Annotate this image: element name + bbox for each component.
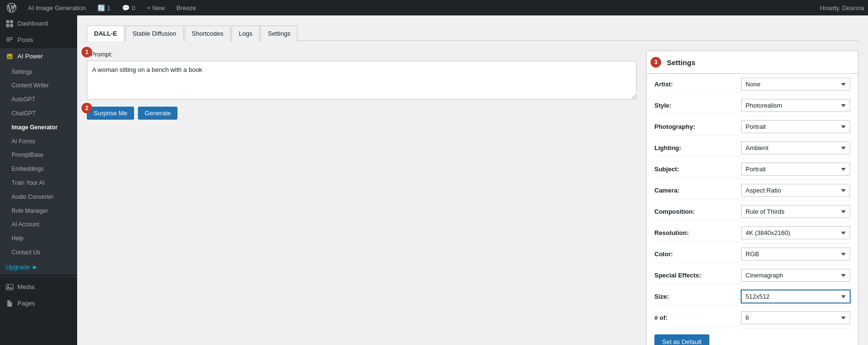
settings-header: 3 Settings — [647, 51, 858, 74]
settings-footer: Set as Default — [647, 329, 858, 345]
sidebar-item-dashboard[interactable]: Dashboard — [0, 15, 77, 32]
sidebar-item-image-generator[interactable]: Image Generator — [0, 121, 77, 135]
settings-title: Settings — [667, 58, 695, 67]
svg-rect-3 — [10, 24, 13, 27]
lighting-value: Ambient — [741, 138, 850, 159]
svg-rect-6 — [6, 284, 13, 290]
sidebar-item-autogpt[interactable]: AutoGPT — [0, 93, 77, 107]
tab-stable-diffusion[interactable]: Stable Diffusion — [125, 26, 184, 41]
subject-label: Subject: — [654, 161, 741, 178]
artist-value: None — [741, 74, 850, 95]
lighting-label: Lighting: — [654, 139, 741, 157]
num-of-value: 6 — [741, 307, 850, 329]
buttons-wrapper: 2 Surprise Me Generate — [87, 107, 637, 120]
sidebar-item-label: Dashboard — [17, 19, 48, 28]
sidebar-item-ai-forms[interactable]: AI Forms — [0, 135, 77, 149]
wp-logo-button[interactable] — [4, 0, 19, 15]
sidebar-item-role-manager[interactable]: Role Manager — [0, 204, 77, 218]
lighting-select[interactable]: Ambient — [741, 141, 850, 154]
tab-settings[interactable]: Settings — [260, 26, 298, 41]
sidebar-item-ai-account[interactable]: AI Account — [0, 218, 77, 232]
sidebar-item-chatgpt[interactable]: ChatGPT — [0, 107, 77, 121]
sidebar-item-help[interactable]: Help — [0, 232, 77, 246]
size-label: Size: — [654, 288, 741, 305]
sidebar: Dashboard Posts AI AI Power Settings Con… — [0, 15, 77, 345]
prompt-wrapper: A woman sitting on a bench with a book — [87, 61, 637, 101]
step-2-badge: 2 — [81, 103, 92, 113]
surprise-me-button[interactable]: Surprise Me — [87, 107, 134, 120]
camera-value: Aspect Ratio — [741, 180, 850, 201]
style-select[interactable]: Photorealism — [741, 99, 850, 112]
special-effects-value: Cinemagraph — [741, 265, 850, 286]
site-name-button[interactable]: AI Image Generation — [25, 0, 89, 15]
content-area: 1 Prompt: A woman sitting on a bench wit… — [87, 41, 858, 345]
composition-select[interactable]: Rule of Thirds — [741, 205, 850, 218]
sidebar-pages-label: Pages — [17, 299, 35, 308]
comments-button[interactable]: 💬 0 — [119, 0, 138, 15]
sidebar-item-label: Posts — [17, 36, 33, 44]
sidebar-submenu: Settings Content Writer AutoGPT ChatGPT … — [0, 65, 77, 275]
style-label: Style: — [654, 97, 741, 114]
tab-shortcodes[interactable]: Shortcodes — [185, 26, 231, 41]
svg-rect-0 — [6, 20, 9, 23]
camera-label: Camera: — [654, 182, 741, 199]
special-effects-label: Special Effects: — [654, 267, 741, 284]
size-value: 512x512 — [741, 286, 850, 307]
settings-panel: 3 Settings Artist: None Style: — [646, 51, 858, 345]
sidebar-item-pages[interactable]: Pages — [0, 295, 77, 312]
resolution-value: 4K (3840x2160) — [741, 222, 850, 244]
step-1-badge: 1 — [81, 47, 92, 57]
svg-text:AI: AI — [8, 55, 12, 59]
resolution-label: Resolution: — [654, 224, 741, 242]
settings-grid: Artist: None Style: Photorealism — [647, 74, 858, 329]
photography-value: Portrait — [741, 116, 850, 138]
composition-label: Composition: — [654, 203, 741, 221]
size-select[interactable]: 512x512 — [741, 290, 850, 303]
num-of-select[interactable]: 6 — [741, 311, 850, 324]
sidebar-media-label: Media — [17, 283, 34, 291]
sidebar-item-content-writer[interactable]: Content Writer — [0, 79, 77, 93]
step-3-badge: 3 — [651, 57, 661, 68]
subject-select[interactable]: Portrait — [741, 163, 850, 176]
composition-value: Rule of Thirds — [741, 201, 850, 222]
special-effects-select[interactable]: Cinemagraph — [741, 269, 850, 282]
camera-select[interactable]: Aspect Ratio — [741, 184, 850, 197]
artist-label: Artist: — [654, 76, 741, 93]
prompt-textarea[interactable]: A woman sitting on a bench with a book — [87, 61, 637, 99]
resolution-select[interactable]: 4K (3840x2160) — [741, 226, 850, 239]
sidebar-item-train-your-ai[interactable]: Train Your AI — [0, 176, 77, 190]
left-panel: 1 Prompt: A woman sitting on a bench wit… — [87, 51, 637, 120]
num-of-label: # of: — [654, 309, 741, 327]
admin-bar: AI Image Generation 🔄 1 💬 0 + New Breeze… — [0, 0, 868, 15]
sidebar-separator — [0, 276, 77, 277]
svg-rect-1 — [10, 20, 13, 23]
user-greeting: Howdy, Deanna — [820, 4, 864, 12]
color-value: RGB — [741, 244, 850, 265]
color-select[interactable]: RGB — [741, 248, 850, 261]
theme-button[interactable]: Breeze — [174, 0, 199, 15]
sidebar-item-posts[interactable]: Posts — [0, 32, 77, 48]
sidebar-item-contact-us[interactable]: Contact Us — [0, 246, 77, 260]
sidebar-item-audio-converter[interactable]: Audio Converter — [0, 190, 77, 204]
main-content: DALL-E Stable Diffusion Shortcodes Logs … — [77, 15, 868, 345]
sidebar-item-embeddings[interactable]: Embeddings — [0, 162, 77, 176]
subject-value: Portrait — [741, 159, 850, 180]
prompt-label: Prompt: — [91, 51, 637, 58]
artist-select[interactable]: None — [741, 78, 850, 91]
sidebar-item-promptbase[interactable]: PromptBase — [0, 148, 77, 162]
generate-button[interactable]: Generate — [138, 107, 177, 120]
upgrade-link[interactable]: Upgrade ► — [0, 260, 77, 275]
tabs: DALL-E Stable Diffusion Shortcodes Logs … — [87, 25, 858, 41]
sidebar-item-ai-power[interactable]: AI AI Power — [0, 48, 77, 65]
tab-logs[interactable]: Logs — [231, 26, 259, 41]
updates-button[interactable]: 🔄 1 — [95, 0, 113, 15]
color-label: Color: — [654, 246, 741, 263]
sidebar-item-media[interactable]: Media — [0, 279, 77, 295]
set-as-default-button[interactable]: Set as Default — [654, 334, 709, 345]
tab-dalle[interactable]: DALL-E — [87, 26, 124, 41]
sidebar-item-settings[interactable]: Settings — [0, 65, 77, 79]
sidebar-item-label: AI Power — [17, 52, 43, 61]
photography-select[interactable]: Portrait — [741, 120, 850, 133]
photography-label: Photography: — [654, 118, 741, 136]
new-button[interactable]: + New — [144, 0, 167, 15]
